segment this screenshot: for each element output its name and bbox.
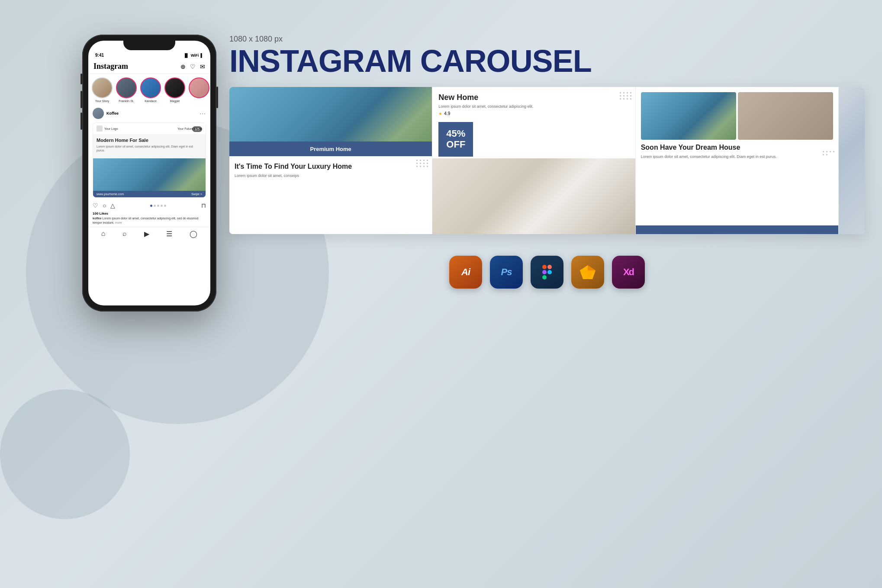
carousel-container: Premium Home It's Time To Find Your Luxu… [229,87,865,234]
app-icon-sketch [571,256,604,289]
carousel-slide-3: Soon Have Your Dream House Lorem ipsum d… [636,87,839,234]
battery-icon: ▌ [201,53,203,58]
post-image-overlay: www.yourhome.com Swipe > [93,191,206,197]
discount-label: OFF [446,139,465,150]
slide-2-discount: 45% OFF [438,122,473,157]
share-icon[interactable]: △ [110,202,115,209]
story-avatar-4 [189,77,209,98]
discount-percent: 45% [446,129,465,139]
app-icon-figma [531,256,563,289]
slide-1-title: It's Time To Find Your Luxury Home [235,162,427,170]
post-username: Koffee [106,111,119,116]
message-icon[interactable]: ✉ [200,63,205,70]
figma-logo [542,265,552,280]
nav-profile[interactable]: ◯ [190,230,197,238]
nav-reels[interactable]: ▶ [144,230,149,238]
rating-value: 4.9 [444,111,450,116]
star-icon: ★ [438,111,442,116]
wifi-icon: WiFi [191,53,199,58]
post-header: Koffee ··· [88,106,210,121]
slide-1-badge: Premium Home [310,146,351,152]
story-avatar-2 [140,77,161,98]
post-likes: 100 Likes [88,212,210,216]
pag-dot-2 [154,205,156,207]
app-icon-xd: Xd [612,256,645,289]
slide-2-rating: ★ 4.9 [438,111,629,116]
story-label-your: Your Story [95,100,109,103]
slide-3-images [636,87,838,143]
pag-dot-5 [164,205,166,207]
figma-dot-orange [547,265,552,269]
pagination-dots [150,205,166,207]
pag-dot-3 [157,205,159,207]
slide-1-overlay: Premium Home [229,141,432,156]
phone-nav: ⌂ ⌕ ▶ ☰ ◯ [88,227,210,244]
status-time: 9:41 [95,53,104,58]
slide-3-footer [636,225,838,234]
app-icon-photoshop: Ps [490,256,523,289]
post-card-header: Your Logo Your Future Home [93,123,206,134]
carousel-slide-1: Premium Home It's Time To Find Your Luxu… [229,87,432,234]
status-icons: ▐▌ WiFi ▌ [183,53,203,58]
story-your[interactable]: Your Story [92,77,113,103]
slide-3-img-2 [738,92,833,140]
pag-dot-4 [161,205,163,207]
nav-shop[interactable]: ☰ [166,230,172,238]
post-card: 1/5 Your Logo Your Future Home Modern Ho… [93,122,206,198]
story-avatar-3 [164,77,185,98]
phone-mockup: 9:41 ▐▌ WiFi ▌ Instagram ⊕ ♡ ✉ [82,35,216,312]
post-user: Koffee [93,108,119,119]
nav-search[interactable]: ⌕ [122,230,127,238]
post-avatar [93,108,104,119]
left-section: 9:41 ▐▌ WiFi ▌ Instagram ⊕ ♡ ✉ [52,35,247,312]
story-label-2: Kandace [145,100,157,103]
slide-2-description: Lorem ipsum dolor sit amet, consectetur … [438,104,629,109]
story-avatar-your [92,77,113,98]
save-icon[interactable]: ⊓ [201,202,206,209]
carousel-slide-2: New Home Lorem ipsum dolor sit amet, con… [432,87,635,234]
carousel-slide-4-partial [839,87,865,234]
sketch-logo [579,264,596,280]
story-4[interactable] [189,77,209,103]
post-image: www.yourhome.com Swipe > [93,158,206,197]
slide-2-title: New Home [438,93,629,102]
app-icons-row: Ai Ps [229,256,865,289]
phone-notch [123,41,175,50]
post-logo: Your Logo [97,125,118,132]
post-action-left: ♡ ○ △ [93,202,115,209]
right-section: 1080 x 1080 px INSTAGRAM CAROUSEL Premiu… [229,35,865,289]
slide-1-content: It's Time To Find Your Luxury Home Lorem… [229,156,432,185]
phone-btn-vol-down [80,112,82,130]
slide-3-description: Lorem ipsum dolor sit amet, consectetur … [636,154,838,160]
post-options[interactable]: ··· [200,110,206,117]
ps-label: Ps [501,267,512,278]
phone-btn-silent [80,74,82,84]
heart-icon[interactable]: ♡ [190,63,196,70]
slide-4-image [839,87,865,234]
bg-circle-small [0,389,130,519]
comment-icon[interactable]: ○ [103,202,106,209]
slide-3-dots-decoration [823,151,835,155]
phone-btn-power [216,87,218,108]
figma-dot-red [542,265,547,269]
pag-dot-1 [150,205,152,207]
like-icon[interactable]: ♡ [93,202,98,209]
story-label-1: Franklin St. [119,100,134,103]
nav-home[interactable]: ⌂ [101,230,106,238]
header-subtitle: 1080 x 1080 px [229,35,865,44]
ig-header-icons[interactable]: ⊕ ♡ ✉ [180,63,205,70]
caption-text: Lorem ipsum dolor sit amet, consectetur … [93,217,198,224]
story-2[interactable]: Kandace [140,77,161,103]
post-logo-text: Your Logo [104,127,118,130]
slide-2-image [432,158,635,234]
xd-label: Xd [623,267,634,278]
add-icon[interactable]: ⊕ [180,63,186,70]
signal-icon: ▐▌ [183,53,189,58]
story-1[interactable]: Franklin St. [116,77,137,103]
ai-label: Ai [461,267,470,278]
instagram-logo: Instagram [93,62,128,71]
figma-dot-purple [542,270,547,274]
figma-dot-green [542,275,547,280]
story-label-3: Magpie [170,100,180,103]
story-3[interactable]: Magpie [164,77,185,103]
